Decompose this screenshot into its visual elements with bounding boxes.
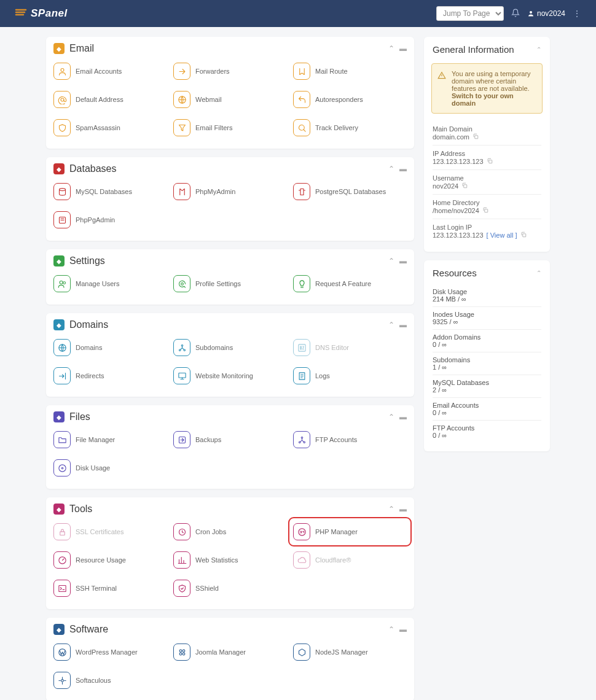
- tile-resource-usage[interactable]: Resource Usage: [52, 549, 168, 571]
- brand-logo[interactable]: SPanel: [15, 7, 68, 20]
- tile-email-accounts[interactable]: Email Accounts: [52, 60, 168, 82]
- tile-softaculous[interactable]: Softaculous: [52, 669, 168, 691]
- section-badge-icon: ◆: [53, 255, 65, 266]
- at-icon: [53, 91, 71, 108]
- svg-rect-36: [464, 185, 467, 188]
- drag-icon[interactable]: ▬: [399, 413, 407, 421]
- section-title: Email: [69, 43, 94, 54]
- lock-icon: [53, 523, 71, 540]
- tile-label: Resource Usage: [76, 556, 126, 564]
- section-title: Databases: [69, 163, 117, 174]
- user-menu[interactable]: nov2024: [527, 9, 565, 18]
- collapse-icon[interactable]: ⌃: [388, 625, 394, 634]
- tile-cron-jobs[interactable]: Cron Jobs: [172, 521, 288, 543]
- tile-autoresponders[interactable]: Autoresponders: [292, 88, 408, 111]
- tile-spamassassin[interactable]: SpamAssassin: [52, 117, 168, 139]
- bell-icon[interactable]: [511, 9, 520, 19]
- drag-icon[interactable]: ▬: [399, 165, 407, 173]
- section-settings: ◆Settings⌃▬Manage UsersProfile SettingsR…: [46, 249, 414, 305]
- copy-icon[interactable]: [487, 158, 493, 165]
- tile-label: Manage Users: [76, 280, 120, 287]
- cloud-icon: [293, 551, 310, 569]
- svg-rect-35: [488, 160, 492, 163]
- tile-domains[interactable]: Domains: [52, 336, 168, 359]
- tile-file-manager[interactable]: File Manager: [52, 429, 168, 451]
- info-label: Username: [433, 174, 541, 182]
- tile-manage-users[interactable]: Manage Users: [52, 273, 168, 295]
- collapse-icon[interactable]: ⌃: [388, 257, 394, 265]
- collapse-icon[interactable]: ⌃: [388, 321, 394, 329]
- tile-webmail[interactable]: Webmail: [172, 88, 288, 111]
- tile-request-a-feature[interactable]: Request A Feature: [292, 273, 408, 295]
- tile-label: Web Statistics: [195, 556, 238, 564]
- general-info-card: General Information ⌃ You are using a te…: [424, 37, 550, 252]
- copy-icon[interactable]: [482, 207, 488, 214]
- tile-email-filters[interactable]: Email Filters: [172, 117, 288, 139]
- copy-icon[interactable]: [472, 133, 479, 141]
- tile-sshield[interactable]: SShield: [172, 577, 288, 599]
- section-tools: ◆Tools⌃▬SSL CertificatesCron JobsPHP Man…: [46, 497, 414, 609]
- tile-logs[interactable]: Logs: [292, 365, 408, 387]
- svg-rect-23: [60, 531, 65, 535]
- tile-backups[interactable]: Backups: [172, 429, 288, 451]
- tile-phpmyadmin[interactable]: PhpMyAdmin: [172, 181, 288, 203]
- resource-value: 9325 / ∞: [433, 318, 541, 325]
- svg-rect-34: [475, 136, 478, 139]
- tile-mail-route[interactable]: Mail Route: [292, 60, 408, 82]
- user-icon: [53, 63, 71, 80]
- tile-profile-settings[interactable]: Profile Settings: [172, 273, 288, 295]
- tile-disk-usage[interactable]: Disk Usage: [52, 457, 168, 479]
- collapse-icon[interactable]: ⌃: [388, 44, 394, 53]
- drag-icon[interactable]: ▬: [399, 505, 407, 513]
- svg-point-21: [58, 464, 65, 471]
- drag-icon[interactable]: ▬: [399, 625, 407, 634]
- pg-icon: [293, 183, 310, 200]
- tile-nodejs-manager[interactable]: NodeJS Manager: [292, 641, 408, 663]
- drag-icon[interactable]: ▬: [399, 321, 407, 329]
- view-all-link[interactable]: [ View all ]: [487, 231, 517, 239]
- tile-ssh-terminal[interactable]: SSH Terminal: [52, 577, 168, 599]
- tile-default-address[interactable]: Default Address: [52, 88, 168, 111]
- tile-php-manager[interactable]: PHP Manager: [292, 521, 408, 543]
- tile-web-statistics[interactable]: Web Statistics: [172, 549, 288, 571]
- drag-icon[interactable]: ▬: [399, 44, 407, 53]
- pma-icon: [173, 183, 190, 200]
- jump-to-page-select[interactable]: Jump To Page: [436, 6, 504, 21]
- info-value: domain.com: [433, 133, 469, 141]
- svg-point-25: [298, 528, 305, 535]
- info-value: /home/nov2024: [433, 207, 479, 214]
- kebab-menu-icon[interactable]: ⋮: [573, 9, 581, 18]
- copy-icon[interactable]: [520, 231, 527, 239]
- copy-icon[interactable]: [461, 182, 468, 190]
- collapse-icon[interactable]: ⌃: [388, 505, 394, 513]
- section-title: Tools: [69, 504, 92, 515]
- collapse-icon[interactable]: ⌃: [536, 46, 541, 53]
- section-title: Files: [69, 411, 90, 422]
- tile-wordpress-manager[interactable]: WordPress Manager: [52, 641, 168, 663]
- idea-icon: [293, 275, 310, 292]
- collapse-icon[interactable]: ⌃: [388, 165, 394, 173]
- tile-track-delivery[interactable]: Track Delivery: [292, 117, 408, 139]
- tile-subdomains[interactable]: Subdomains: [172, 336, 288, 359]
- switch-domain-link[interactable]: Switch to your own domain: [452, 92, 514, 107]
- collapse-icon[interactable]: ⌃: [536, 270, 541, 276]
- resource-row: Inodes Usage9325 / ∞: [433, 307, 541, 330]
- resource-label: Subdomains: [433, 356, 541, 364]
- ppa-icon: [53, 211, 71, 228]
- section-badge-icon: ◆: [53, 504, 65, 515]
- tile-redirects[interactable]: Redirects: [52, 365, 168, 387]
- info-value: nov2024: [433, 182, 458, 190]
- tile-joomla-manager[interactable]: Joomla Manager: [172, 641, 288, 663]
- tile-mysql-databases[interactable]: MySQL Databases: [52, 181, 168, 203]
- node-icon: [293, 644, 310, 661]
- globe-icon: [53, 339, 71, 356]
- tile-postgresql-databases[interactable]: PostgreSQL Databases: [292, 181, 408, 203]
- profile-icon: [173, 275, 190, 292]
- drag-icon[interactable]: ▬: [399, 257, 407, 265]
- info-value: 123.123.123.123: [433, 231, 484, 239]
- tile-website-monitoring[interactable]: Website Monitoring: [172, 365, 288, 387]
- tile-phppgadmin[interactable]: PhpPgAdmin: [52, 209, 168, 231]
- tile-forwarders[interactable]: Forwarders: [172, 60, 288, 82]
- tile-ftp-accounts[interactable]: FTP Accounts: [292, 429, 408, 451]
- collapse-icon[interactable]: ⌃: [388, 413, 394, 421]
